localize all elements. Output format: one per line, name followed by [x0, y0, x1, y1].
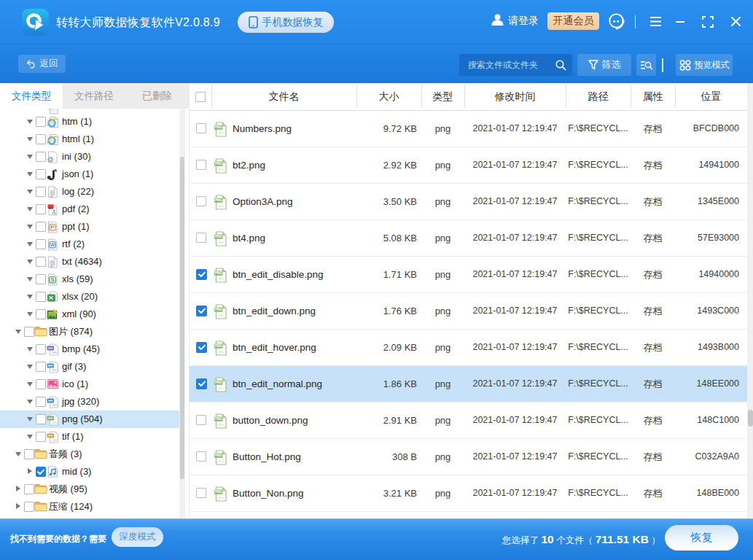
svg-text:PNG: PNG — [215, 490, 222, 494]
svg-text:PNG: PNG — [215, 125, 222, 129]
svg-text:PNG: PNG — [215, 417, 222, 421]
svg-text:PNG: PNG — [215, 162, 222, 166]
svg-text:PNG: PNG — [215, 271, 222, 275]
svg-text:PNG: PNG — [215, 344, 222, 348]
svg-text:PNG: PNG — [215, 198, 222, 202]
svg-text:PNG: PNG — [215, 235, 222, 238]
svg-text:S: S — [50, 276, 55, 283]
svg-text:W: W — [50, 242, 55, 247]
svg-text:PNG: PNG — [215, 381, 222, 384]
svg-text:P: P — [50, 224, 55, 230]
svg-text:PNG: PNG — [215, 308, 222, 311]
svg-text:PNG: PNG — [215, 454, 222, 457]
